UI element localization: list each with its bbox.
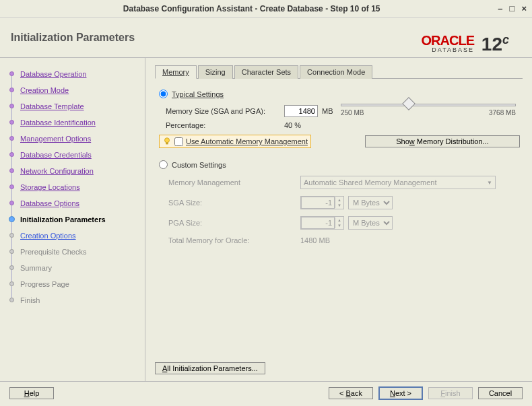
percentage-label: Percentage: [166, 121, 280, 129]
tab-connection-mode[interactable]: Connection Mode [300, 65, 372, 79]
step-database-template[interactable]: Database Template [8, 98, 139, 114]
tab-character-sets[interactable]: Character Sets [234, 65, 298, 79]
brand-sub: DATABASE [422, 47, 474, 53]
pga-spinner: ▲▼ [300, 216, 344, 230]
sga-input [301, 197, 335, 209]
typical-settings-radio[interactable] [159, 90, 168, 98]
minimize-button[interactable]: – [498, 3, 502, 13]
step-finish: Finish [8, 292, 139, 308]
wizard-sidebar: Database Operation Creation Mode Databas… [0, 58, 145, 381]
memory-size-input[interactable] [284, 105, 318, 117]
percentage-row: Percentage: 40 % [166, 121, 519, 129]
tabpanel-memory: Typical Settings Memory Size (SGA and PG… [155, 79, 523, 255]
window-controls: – □ × [498, 3, 527, 13]
memory-size-label: Memory Size (SGA and PGA): [166, 107, 280, 115]
page-title: Initialization Parameters [11, 32, 135, 44]
header: Initialization Parameters ORACLE DATABAS… [0, 18, 532, 58]
percentage-value: 40 % [284, 121, 301, 129]
tab-sizing[interactable]: Sizing [198, 65, 233, 79]
lightbulb-icon [162, 137, 172, 146]
finish-button: Finish [428, 387, 473, 399]
total-value: 1480 MB [300, 236, 330, 244]
amm-highlight: Use Automatic Memory Management [159, 135, 311, 148]
pga-up: ▲ [335, 217, 343, 223]
help-button[interactable]: Help [9, 387, 54, 399]
step-creation-options[interactable]: Creation Options [8, 228, 139, 244]
pga-input [301, 217, 335, 229]
next-button[interactable]: Next > [378, 386, 423, 400]
step-database-credentials[interactable]: Database Credentials [8, 147, 139, 163]
cancel-button[interactable]: Cancel [478, 387, 523, 399]
custom-settings-row: Custom Settings [159, 160, 519, 169]
memory-size-unit: MB [322, 107, 333, 115]
svg-rect-1 [166, 143, 168, 145]
pga-down: ▼ [335, 223, 343, 228]
brand-main: ORACLE [422, 34, 474, 47]
step-initialization-parameters[interactable]: Initialization Parameters [8, 211, 139, 228]
custom-settings-radio[interactable] [159, 160, 168, 169]
all-initialization-parameters-button[interactable]: All Initialization Parameters... [155, 362, 265, 374]
step-storage-locations[interactable]: Storage Locations [8, 179, 139, 195]
memmgmt-select: Automatic Shared Memory Management▼ [300, 176, 496, 189]
step-progress-page: Progress Page [8, 276, 139, 292]
step-summary: Summary [8, 260, 139, 276]
back-button[interactable]: < Back [329, 387, 373, 399]
slider-max: 3768 MB [489, 109, 516, 116]
typical-settings-row: Typical Settings [159, 90, 519, 98]
pga-unit-select: M Bytes [348, 216, 393, 230]
pga-label: PGA Size: [168, 219, 296, 227]
brand-version: 12c [481, 34, 509, 54]
sga-label: SGA Size: [168, 199, 296, 207]
sga-spinner: ▲▼ [300, 196, 344, 209]
titlebar: Database Configuration Assistant - Creat… [0, 0, 532, 18]
step-prerequisite-checks: Prerequisite Checks [8, 244, 139, 260]
slider-thumb[interactable] [402, 97, 415, 110]
step-database-identification[interactable]: Database Identification [8, 114, 139, 131]
memory-slider[interactable]: 250 MB 3768 MB [341, 98, 516, 116]
memmgmt-label: Memory Management [168, 178, 296, 187]
sga-up: ▲ [335, 197, 343, 203]
sga-unit-select: M Bytes [348, 196, 393, 209]
amm-checkbox[interactable] [174, 137, 183, 146]
step-database-operation[interactable]: Database Operation [8, 66, 139, 82]
main-panel: Memory Sizing Character Sets Connection … [145, 58, 532, 381]
svg-point-0 [165, 138, 170, 143]
maximize-button[interactable]: □ [510, 3, 515, 13]
tab-memory[interactable]: Memory [155, 65, 197, 79]
step-creation-mode[interactable]: Creation Mode [8, 82, 139, 98]
typical-settings-label[interactable]: Typical Settings [172, 90, 224, 98]
custom-settings-label[interactable]: Custom Settings [172, 161, 226, 169]
footer: Help < Back Next > Finish Cancel [0, 381, 532, 405]
step-database-options[interactable]: Database Options [8, 195, 139, 211]
slider-min: 250 MB [341, 109, 364, 116]
sga-down: ▼ [335, 203, 343, 208]
close-button[interactable]: × [521, 3, 527, 13]
show-memory-distribution-button[interactable]: Show Memory Distribution... [365, 135, 520, 147]
amm-label[interactable]: Use Automatic Memory Management [186, 137, 308, 145]
tabstrip: Memory Sizing Character Sets Connection … [155, 65, 523, 79]
step-management-options[interactable]: Management Options [8, 131, 139, 147]
window-title: Database Configuration Assistant - Creat… [5, 4, 498, 13]
step-network-configuration[interactable]: Network Configuration [8, 163, 139, 179]
total-label: Total Memory for Oracle: [168, 236, 296, 244]
custom-settings-block: Memory Management Automatic Shared Memor… [159, 176, 519, 244]
